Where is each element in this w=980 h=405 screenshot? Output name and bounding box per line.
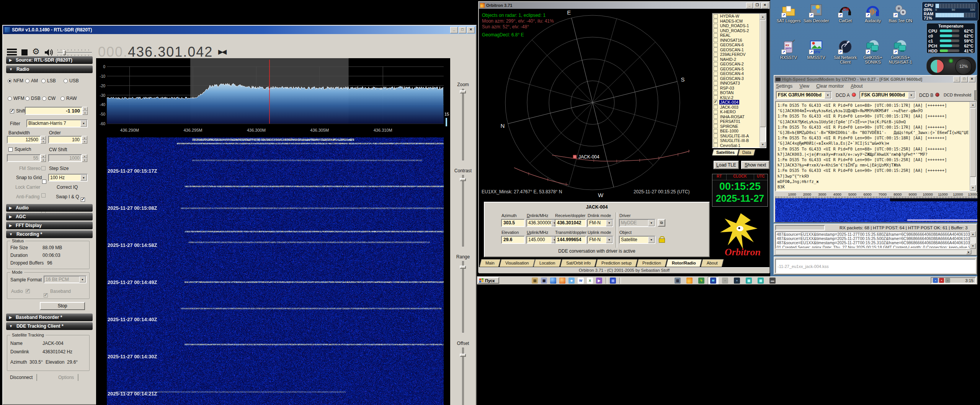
shift-spinner[interactable]: ▲▼ [82,107,88,115]
satellite-checkbox[interactable] [714,143,718,147]
satellite-row[interactable]: K-HERO [713,109,756,114]
satellite-checkbox[interactable] [714,139,718,143]
satellite-checkbox[interactable] [714,28,718,33]
satellite-checkbox[interactable] [714,67,718,71]
slider-range-thumb[interactable] [460,266,466,269]
baseband-recorder-header[interactable]: ▶Baseband Recorder * [6,314,93,321]
transmit-doppler-field[interactable]: 144.999654 [555,236,586,244]
tray-icon-tray-blue[interactable]: ▪ [933,278,938,283]
quicklaunch-excel[interactable]: X [586,277,594,284]
satellite-checkbox[interactable] [714,24,718,28]
scroll-down-button[interactable]: ▼ [970,243,976,249]
satellite-name[interactable]: SPIRONE [719,124,739,129]
satellite-row[interactable]: HYDRA-W [713,14,756,19]
satellite-name[interactable]: BEE-1000 [719,129,739,133]
satellite-name[interactable]: SNUGLITE-III-B [719,138,750,143]
satellite-row[interactable]: INNOSAT3 [713,81,756,86]
speaker-icon[interactable] [44,49,54,56]
scroll-down-button[interactable]: ▼ [760,142,766,147]
satellite-name[interactable]: INNOSAT16 [719,38,743,42]
mode-radio-lsb[interactable]: LSB [41,78,56,83]
satellite-row[interactable]: GEOSCAN-6 [713,42,756,47]
close-button[interactable]: ✕ [467,27,475,33]
satellite-checkbox[interactable] [714,62,718,66]
kss-filename-box[interactable]: -11-27_eu1xx_jack-004.kss [775,259,976,273]
satellite-name[interactable]: INNOSAT3 [719,81,741,85]
slider-zoom-thumb[interactable] [460,90,466,93]
satellite-checkbox[interactable] [714,76,718,80]
quicklaunch-window-blue[interactable]: ▣ [609,277,617,284]
step-size-select[interactable]: 100 Hz▼ [48,174,88,181]
rx-log-list[interactable]: 487&source=EU1XX&timestamp=2025-11-27T00… [775,231,972,249]
satellite-row[interactable]: INHA-ROSAT [713,114,756,119]
satellite-row[interactable]: RSP-03 [713,86,756,91]
satellite-row[interactable]: NAHID-2 [713,57,756,62]
mode-radio-am[interactable]: AM [25,78,38,83]
satellite-name[interactable]: RSP-03 [719,86,735,90]
driver-config-button[interactable]: ⧉ [658,219,665,227]
satellite-checkbox[interactable] [714,47,718,52]
satellite-row[interactable]: BOTAN [713,90,756,95]
satellite-name[interactable]: GEOSCAN-6 [719,42,745,47]
satellite-row[interactable]: SPIRONE [713,124,756,129]
uplink-select[interactable]: 145.000▼ [526,236,559,244]
satellite-row[interactable]: REAL [713,33,756,38]
satellite-row[interactable]: KSLV-2 [713,95,756,100]
record-stop-button[interactable]: Stop [40,302,85,310]
bandwidth-input[interactable]: 12500 [7,136,41,144]
minimize-button[interactable]: _ [746,3,753,8]
clock-mode-rt[interactable]: RT [712,174,727,180]
maximize-button[interactable]: □ [459,27,466,33]
quicklaunch-word[interactable]: W [577,277,585,284]
disconnect-button[interactable]: Disconnect [8,374,37,381]
satellite-checkbox[interactable] [714,110,718,114]
frequency-display[interactable]: 000.436.301.042 [98,44,213,59]
satellite-name[interactable]: INHA-ROSAT [719,114,745,119]
scroll-right-button[interactable]: ► [966,250,971,254]
satellite-checkbox[interactable] [714,124,718,128]
volume-slider[interactable] [57,49,93,56]
quicklaunch-firefox[interactable] [558,277,567,284]
satellite-row[interactable]: JACK-003 [713,105,756,110]
dde-tracking-header[interactable]: ▼DDE Tracking Client * [6,322,93,330]
taskbar-app-getkiss[interactable]: ▣ [743,277,754,284]
recording-section-header[interactable]: ▼Recording * [6,230,93,238]
scroll-up-button[interactable]: ▲ [760,14,766,20]
shift-input[interactable]: -1 100 [25,107,82,115]
satellite-checkbox[interactable] [714,19,718,23]
soundmodem-waterfall[interactable] [775,198,977,222]
tab-prediction-setup[interactable]: Prediction setup [596,259,638,267]
satellite-checkbox[interactable] [714,100,718,105]
satellite-row[interactable]: GEOSCAN-2 [713,62,756,67]
radio-section-header[interactable]: ▼Radio [6,65,93,73]
satellite-scrollbar[interactable]: ▲ ▼ [760,14,766,147]
mode-radio-nfm[interactable]: NFM [8,78,23,83]
satellite-name[interactable]: GEOSCAN-3 [719,76,745,81]
dcd-threshold-slider[interactable] [974,90,977,100]
scroll-down-button[interactable]: ▼ [970,185,976,191]
taskbar-app-app-dark[interactable]: ● [732,277,742,284]
start-button[interactable]: Пуск [478,277,499,284]
menu-clear-monitor[interactable]: Clear monitor [816,83,844,90]
satellite-name[interactable]: UND_ROADS-1 [719,23,750,28]
snap-to-grid-checkbox[interactable] [42,180,46,184]
load-tle-button[interactable]: Load TLE [714,161,739,169]
satellite-name[interactable]: GEOSCAN-1 [719,47,745,52]
satellite-marker[interactable] [573,155,577,158]
satellite-checkbox[interactable] [714,91,718,95]
modem-b-select[interactable]: FSK G3RUH 9600bd▼ [859,91,915,99]
restore-button[interactable]: ❐ [754,3,761,8]
tab-main[interactable]: Main [480,259,501,267]
satellite-row[interactable]: SNUGLITE-III-A [713,134,756,139]
source-section-header[interactable]: ▶Source: RTL-SDR (R820T) [6,56,93,64]
satellite-row[interactable]: UND_ROADS-2 [713,28,756,33]
order-spinner[interactable]: ▲▼ [82,136,87,144]
satellite-row[interactable]: INNOSAT16 [713,38,756,43]
desktop-icon-bias-tee-on[interactable]: ➚Bias Tee ON [884,2,917,23]
satellite-checkbox[interactable] [714,33,718,38]
tab-rotor-radio[interactable]: Rotor/Radio [666,259,702,267]
satellite-name[interactable]: PERSAT01 [719,119,741,124]
stop-button[interactable] [21,49,28,56]
agc-section-header[interactable]: ▶AGC [6,213,93,220]
mode-radio-wfm[interactable]: WFM [8,96,24,101]
